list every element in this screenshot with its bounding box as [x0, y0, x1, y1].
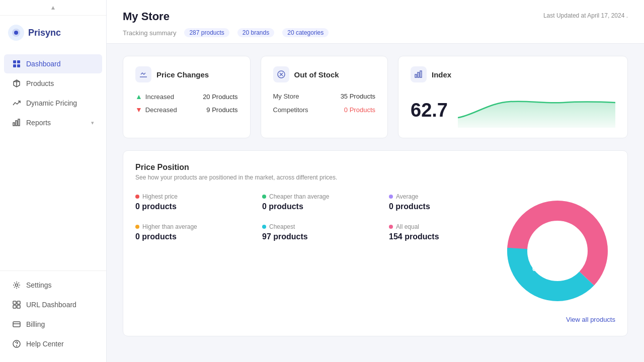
cheapest-dot — [262, 225, 266, 229]
decreased-row: ▼ Decreased 9 Products — [135, 106, 238, 114]
sidebar-item-settings[interactable]: Settings — [4, 276, 102, 295]
cheapest-value: 97 products — [262, 232, 373, 241]
svg-rect-8 — [18, 119, 20, 126]
logo-icon — [8, 25, 24, 41]
donut-chart: 62% 39% — [500, 193, 615, 309]
sidebar-item-label: Reports — [26, 119, 51, 127]
sidebar-item-products[interactable]: Products — [4, 74, 102, 93]
grid-icon — [12, 59, 21, 68]
highest-price-dot — [135, 195, 139, 199]
increased-label: Increased — [145, 93, 174, 101]
price-changes-title: Price Changes — [156, 70, 209, 79]
trending-up-icon — [12, 99, 21, 108]
svg-point-9 — [16, 284, 18, 287]
sidebar-item-billing[interactable]: Billing — [4, 315, 102, 334]
svg-text:62%: 62% — [532, 265, 545, 273]
page-title: My Store — [123, 10, 170, 23]
sidebar-bottom: Settings URL Dashboard Billi — [0, 270, 106, 362]
svg-rect-11 — [17, 301, 20, 304]
higher-than-avg-dot — [135, 225, 139, 229]
average-value: 0 products — [389, 202, 500, 211]
my-store-row: My Store 35 Products — [273, 93, 376, 100]
legend-cheapest: Cheapest 97 products — [262, 223, 373, 241]
competitors-label: Competitors — [273, 106, 308, 114]
tracking-label: Tracking summary — [123, 29, 176, 37]
svg-rect-20 — [418, 72, 419, 77]
index-content: 62.7 — [411, 93, 615, 128]
highest-price-value: 0 products — [135, 202, 246, 211]
cheaper-than-avg-value: 0 products — [262, 202, 373, 211]
view-all-link[interactable]: View all products — [566, 316, 615, 323]
sidebar-item-url-dashboard[interactable]: URL Dashboard — [4, 295, 102, 314]
average-label: Average — [396, 193, 418, 200]
price-changes-card: Price Changes ▲ Increased 20 Products ▼ … — [123, 56, 251, 138]
all-equal-value: 154 products — [389, 232, 500, 241]
credit-card-icon — [12, 320, 21, 329]
svg-rect-6 — [13, 123, 15, 126]
competitors-row: Competitors 0 Products — [273, 106, 376, 114]
sidebar-item-label: Dynamic Pricing — [26, 99, 77, 107]
sidebar-item-label: Products — [26, 79, 54, 87]
increased-value: 20 Products — [203, 93, 237, 101]
sidebar-nav: Dashboard Products Dynamic Pricing — [0, 50, 106, 270]
index-chart — [458, 93, 615, 128]
svg-point-17 — [17, 346, 17, 346]
url-dashboard-icon — [12, 300, 21, 309]
arrow-up-icon: ▲ — [135, 93, 142, 101]
svg-rect-14 — [13, 322, 20, 327]
arrow-down-icon: ▼ — [135, 106, 142, 114]
legend-higher-than-average: Higher than average 0 products — [135, 223, 246, 241]
logo: Prisync — [0, 16, 106, 50]
sidebar-item-help-center[interactable]: Help Center — [4, 334, 102, 353]
competitors-value: 0 Products — [344, 106, 375, 114]
decreased-value: 9 Products — [206, 106, 237, 114]
my-store-label: My Store — [273, 93, 299, 100]
svg-rect-12 — [13, 305, 16, 308]
legend-all-equal: All equal 154 products — [389, 223, 500, 241]
sidebar-item-label: Settings — [26, 281, 52, 289]
increased-row: ▲ Increased 20 Products — [135, 93, 238, 101]
svg-rect-19 — [415, 74, 417, 77]
sidebar-item-label: Dashboard — [26, 60, 61, 68]
products-badge: 287 products — [184, 28, 229, 37]
average-dot — [389, 195, 393, 199]
out-of-stock-title: Out of Stock — [294, 70, 339, 79]
price-legend: Highest price 0 products Cheaper than av… — [135, 193, 500, 309]
svg-rect-2 — [13, 60, 16, 63]
svg-rect-7 — [16, 121, 17, 126]
svg-rect-21 — [420, 71, 422, 77]
cheaper-than-avg-label: Cheaper than average — [269, 193, 329, 200]
last-updated-text: Last Updated at April 17, 2024 . — [543, 12, 628, 19]
chevron-down-icon: ▾ — [91, 120, 94, 126]
index-icon — [411, 66, 427, 82]
higher-than-avg-value: 0 products — [135, 232, 246, 241]
view-all-products[interactable]: View all products — [135, 309, 615, 324]
legend-cheaper-than-average: Cheaper than average 0 products — [262, 193, 373, 211]
out-of-stock-card: Out of Stock My Store 35 Products Compet… — [261, 56, 388, 138]
logo-text: Prisync — [28, 28, 61, 38]
out-of-stock-icon — [273, 66, 289, 82]
higher-than-avg-label: Higher than average — [142, 223, 197, 230]
tracking-summary: Tracking summary 287 products 20 brands … — [123, 23, 628, 43]
cheapest-label: Cheapest — [269, 223, 295, 230]
sidebar-item-label: Billing — [26, 320, 45, 328]
collapse-button[interactable]: ▲ — [50, 4, 56, 11]
svg-rect-13 — [17, 305, 20, 308]
sidebar-item-label: Help Center — [26, 340, 64, 348]
price-position-title: Price Position — [135, 163, 615, 172]
price-position-section: Price Position See how your products are… — [123, 150, 628, 336]
svg-rect-10 — [13, 301, 16, 304]
sidebar-top-collapse: ▲ — [0, 0, 106, 16]
price-changes-icon — [135, 66, 151, 82]
sidebar-item-reports[interactable]: Reports ▾ — [4, 113, 102, 132]
help-circle-icon — [12, 339, 21, 348]
price-position-content: Highest price 0 products Cheaper than av… — [135, 193, 615, 309]
legend-average: Average 0 products — [389, 193, 500, 211]
bar-chart-icon — [12, 118, 21, 127]
brands-badge: 20 brands — [237, 28, 274, 37]
sidebar-item-dashboard[interactable]: Dashboard — [4, 54, 102, 73]
highest-price-label: Highest price — [142, 193, 178, 200]
price-position-subtitle: See how your products are positioned in … — [135, 174, 615, 181]
sidebar: ▲ Prisync Dashboard — [0, 0, 107, 362]
sidebar-item-dynamic-pricing[interactable]: Dynamic Pricing — [4, 94, 102, 113]
